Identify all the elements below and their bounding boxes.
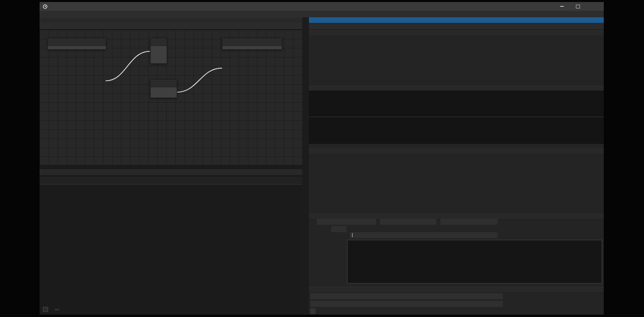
send-button[interactable] <box>310 308 316 314</box>
sysex-id-row <box>309 219 604 225</box>
piano-white-keys <box>309 117 604 144</box>
maximize-icon <box>576 5 580 8</box>
status-section-header[interactable] <box>309 30 604 36</box>
realtime-messages-row <box>309 69 604 76</box>
device-id-field[interactable] <box>331 226 346 232</box>
outputs-node-title[interactable] <box>222 38 282 46</box>
menu-bar <box>40 11 604 18</box>
output-pin-icon[interactable] <box>165 57 169 60</box>
window-controls <box>558 2 602 11</box>
node-editor[interactable] <box>40 30 302 165</box>
history-section-header[interactable] <box>40 169 302 175</box>
app-icon <box>43 4 47 9</box>
output-pin-icon[interactable] <box>175 91 179 95</box>
exclusive-messages-row <box>309 76 604 83</box>
id-field-2[interactable] <box>380 219 436 225</box>
id-field-3[interactable] <box>440 219 497 225</box>
payload-field[interactable] <box>350 232 497 238</box>
monitor-menubar <box>309 23 604 30</box>
outputs-node[interactable] <box>222 38 282 50</box>
inputs-node-rows <box>48 46 106 49</box>
voice-messages-row <box>309 55 604 62</box>
probe-node[interactable] <box>150 38 167 64</box>
maximize-button[interactable] <box>574 3 582 10</box>
text-caret <box>352 233 353 237</box>
raw-message-input[interactable] <box>310 293 503 299</box>
generator-node-title[interactable] <box>151 80 177 87</box>
monitor-panel <box>309 17 604 315</box>
connections-panel <box>40 17 302 315</box>
input-pin-icon[interactable] <box>149 50 152 53</box>
raw-message-row <box>309 293 604 299</box>
decoded-row <box>309 301 604 307</box>
probe-thru-port[interactable] <box>151 55 167 62</box>
cable-input-to-probe[interactable] <box>106 51 150 81</box>
inputs-node-title[interactable] <box>48 38 106 46</box>
channel-row <box>309 46 604 53</box>
menu-display[interactable] <box>42 13 49 15</box>
connections-tabs <box>40 23 302 30</box>
type-row <box>309 38 604 45</box>
decoded-input[interactable] <box>310 301 503 307</box>
tab-ports[interactable] <box>48 25 54 27</box>
payload-row <box>309 232 604 238</box>
controllers-section-header[interactable] <box>309 149 604 155</box>
monitor-menu-settings[interactable] <box>311 25 317 27</box>
id-field-1[interactable] <box>317 219 376 225</box>
generator-node[interactable] <box>150 79 177 98</box>
tab-settings[interactable] <box>42 25 48 27</box>
history-controls <box>43 307 59 312</box>
clear-button[interactable] <box>55 309 59 310</box>
menu-help[interactable] <box>50 13 57 15</box>
generator-out-port[interactable] <box>151 89 177 96</box>
device-id-row <box>309 226 604 232</box>
app-window <box>40 2 604 315</box>
probe-in-port[interactable] <box>151 48 167 55</box>
cable-generator-to-output[interactable] <box>176 68 222 92</box>
payload-decode-popup <box>347 240 602 283</box>
minimize-icon <box>560 6 564 7</box>
autoscroll-checkbox[interactable] <box>43 307 48 312</box>
close-button[interactable] <box>590 3 598 10</box>
history-column-headers <box>40 177 302 184</box>
inputs-node[interactable] <box>47 38 106 50</box>
minimize-button[interactable] <box>558 3 566 10</box>
piano-black-keys <box>309 91 604 116</box>
common-messages-row <box>309 62 604 69</box>
title-bar[interactable] <box>40 2 604 11</box>
probe-node-title[interactable] <box>151 38 167 46</box>
generator-section-header[interactable] <box>309 287 604 293</box>
desktop <box>0 0 644 317</box>
outputs-node-rows <box>222 46 282 49</box>
